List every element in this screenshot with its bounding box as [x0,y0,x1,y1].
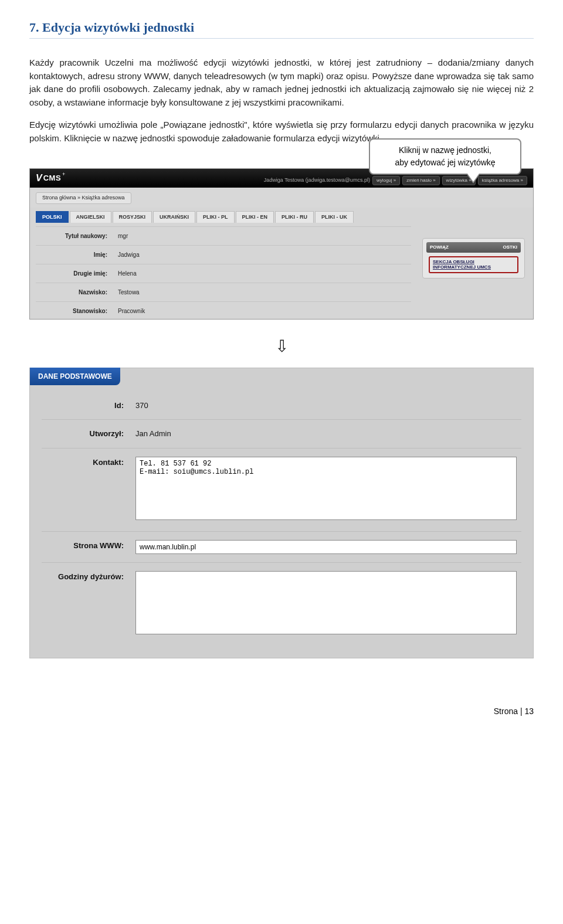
cms-screenshot-bottom: DANE PODSTAWOWE Id: 370 Utworzył: Jan Ad… [29,368,534,658]
label-position: Stanowisko: [36,307,118,315]
cms-content-area: POLSKI ANGIELSKI ROSYJSKI UKRAIŃSKI PLIK… [30,208,533,319]
tab-pliki-uk[interactable]: PLIKI - UK [315,211,354,223]
callout-box: Kliknij w nazwę jednostki, aby edytować … [369,138,521,175]
label-title: Tytuł naukowy: [36,232,118,240]
page-footer: Strona | 13 [29,705,534,718]
tab-pliki-ru[interactable]: PLIKI - RU [275,211,314,223]
tab-pliki-pl[interactable]: PLIKI - PL [196,211,235,223]
arrow-down-icon: ⇩ [29,334,534,359]
row-firstname: Imię:Jadwiga [36,245,411,264]
tab-pliki-en[interactable]: PLIKI - EN [236,211,274,223]
topbar-link-logout[interactable]: wyloguj » [372,176,400,185]
row-created: Utworzył: Jan Admin [42,419,521,448]
language-tabs: POLSKI ANGIELSKI ROSYJSKI UKRAIŃSKI PLIK… [36,211,527,223]
topbar-link-password[interactable]: zmień hasło » [402,176,439,185]
input-www[interactable] [135,540,517,554]
label-www: Strona WWW: [42,540,135,552]
topbar-username: Jadwiga Testowa (jadwiga.testowa@umcs.pl… [264,176,370,185]
sidepanel-heading: POWIĄZ OSTKI [426,242,521,253]
topbar-rightmenu: Jadwiga Testowa (jadwiga.testowa@umcs.pl… [264,176,527,185]
value-middlename: Helena [118,269,137,278]
value-created: Jan Admin [135,428,521,440]
row-middlename: Drugie imię:Helena [36,264,411,283]
value-id: 370 [135,400,521,412]
row-title: Tytuł naukowy:mgr [36,226,411,245]
textarea-contact[interactable] [135,457,517,520]
row-id: Id: 370 [42,392,521,420]
label-created: Utworzył: [42,428,135,440]
unit-link-highlighted[interactable]: SEKCJA OBSŁUGI INFORMATYCZNEJ UMCS [429,256,518,273]
cms-logo: V CMS + [36,171,65,185]
value-firstname: Jadwiga [118,250,140,259]
breadcrumb[interactable]: Strona główna » Książka adresowa [36,192,131,204]
logo-plus-icon: + [62,171,65,179]
sidepanel-head-left: POWIĄZ [430,244,449,250]
section-ribbon: DANE PODSTAWOWE [30,368,120,385]
row-lastname: Nazwisko:Testowa [36,283,411,301]
row-position: Stanowisko:Pracownik [36,301,411,319]
label-firstname: Imię: [36,250,118,259]
label-contact: Kontakt: [42,457,135,468]
paragraph-1: Każdy pracownik Uczelni ma możliwość edy… [29,56,534,109]
logo-cms: CMS [43,172,61,184]
tab-angielski[interactable]: ANGIELSKI [70,211,111,223]
tab-rosyjski[interactable]: ROSYJSKI [113,211,152,223]
section-heading: 7. Edycja wizytówki jednostki [29,18,534,39]
cms-screenshot-top: Kliknij w nazwę jednostki, aby edytować … [29,168,534,320]
row-www: Strona WWW: [42,531,521,562]
row-contact: Kontakt: [42,448,521,532]
value-title: mgr [118,232,128,240]
textarea-hours[interactable] [135,571,517,634]
unit-form: Id: 370 Utworzył: Jan Admin Kontakt: Str… [30,386,533,658]
tab-ukrainski[interactable]: UKRAIŃSKI [153,211,195,223]
label-middlename: Drugie imię: [36,269,118,278]
topbar-link-addressbook[interactable]: książka adresowa » [478,176,527,185]
label-id: Id: [42,400,135,412]
row-hours: Godziny dyżurów: [42,562,521,646]
sidepanel-head-right: OSTKI [503,244,517,251]
value-lastname: Testowa [118,288,140,297]
person-form: Tytuł naukowy:mgr Imię:Jadwiga Drugie im… [36,226,411,319]
value-position: Pracownik [118,307,145,315]
logo-v: V [36,171,42,185]
tab-polski[interactable]: POLSKI [36,211,69,223]
label-hours: Godziny dyżurów: [42,571,135,583]
breadcrumb-strip: Strona główna » Książka adresowa [30,188,533,208]
label-lastname: Nazwisko: [36,288,118,297]
sidepanel-related-units: POWIĄZ OSTKI SEKCJA OBSŁUGI INFORMATYCZN… [422,238,525,278]
callout-text: Kliknij w nazwę jednostki, aby edytować … [395,145,495,167]
